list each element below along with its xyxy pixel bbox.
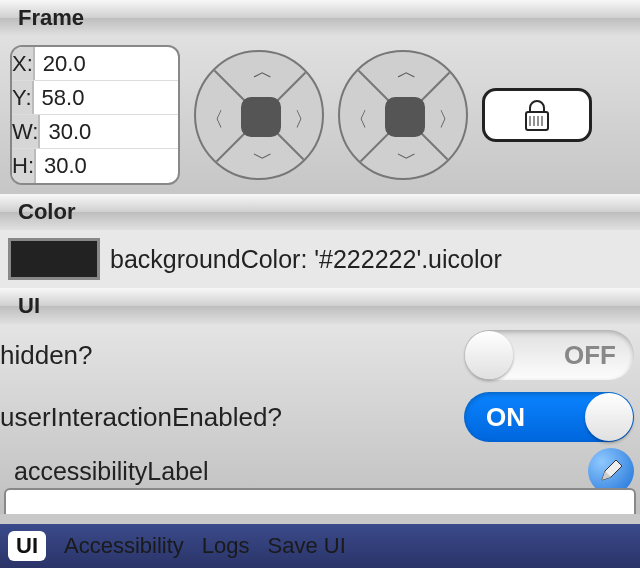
- chevron-right-icon[interactable]: 〉: [294, 106, 314, 133]
- accessibility-input[interactable]: [4, 488, 636, 514]
- chevron-right-icon[interactable]: 〉: [438, 106, 458, 133]
- coord-row-h: H:: [12, 149, 178, 183]
- coord-input-y[interactable]: [34, 81, 180, 114]
- coord-input-w[interactable]: [40, 115, 180, 148]
- chevron-up-icon[interactable]: ︿: [253, 58, 273, 85]
- dpad-center-icon: [241, 97, 281, 137]
- coord-row-x: X:: [12, 47, 178, 81]
- lock-icon: [522, 98, 552, 132]
- interaction-toggle[interactable]: ON: [464, 392, 634, 442]
- interaction-row: userInteractionEnabled? ON: [0, 386, 640, 448]
- chevron-up-icon[interactable]: ︿: [397, 58, 417, 85]
- chevron-down-icon[interactable]: ﹀: [253, 145, 273, 172]
- chevron-left-icon[interactable]: 〈: [204, 106, 224, 133]
- hidden-row: hidden? OFF: [0, 324, 640, 386]
- color-text: backgroundColor: '#222222'.uicolor: [110, 245, 502, 274]
- coord-row-y: Y:: [12, 81, 178, 115]
- coord-label-y: Y:: [12, 81, 34, 114]
- interaction-label: userInteractionEnabled?: [0, 402, 464, 433]
- pen-icon: [598, 458, 624, 484]
- coord-input-h[interactable]: [36, 149, 180, 183]
- hidden-label: hidden?: [0, 340, 464, 371]
- ui-panel: hidden? OFF userInteractionEnabled? ON a…: [0, 324, 640, 514]
- section-header-frame: Frame: [0, 0, 640, 36]
- color-panel: backgroundColor: '#222222'.uicolor: [0, 230, 640, 288]
- tab-bar: UI Accessibility Logs Save UI: [0, 524, 640, 568]
- chevron-down-icon[interactable]: ﹀: [397, 145, 417, 172]
- coord-input-x[interactable]: [35, 47, 180, 80]
- tab-accessibility[interactable]: Accessibility: [64, 533, 184, 559]
- section-header-ui: UI: [0, 288, 640, 324]
- coord-label-h: H:: [12, 149, 36, 183]
- hidden-toggle[interactable]: OFF: [464, 330, 634, 380]
- chevron-left-icon[interactable]: 〈: [348, 106, 368, 133]
- position-dpad[interactable]: ︿ ﹀ 〈 〉: [194, 50, 324, 180]
- size-dpad[interactable]: ︿ ﹀ 〈 〉: [338, 50, 468, 180]
- frame-panel: X: Y: W: H: ︿ ﹀ 〈 〉 ︿ ﹀: [0, 36, 640, 194]
- tab-ui[interactable]: UI: [8, 531, 46, 561]
- dpad-center-icon: [385, 97, 425, 137]
- lock-button[interactable]: [482, 88, 592, 142]
- tab-save-ui[interactable]: Save UI: [268, 533, 346, 559]
- accessibility-label: accessibilityLabel: [6, 457, 209, 486]
- section-header-color: Color: [0, 194, 640, 230]
- color-swatch[interactable]: [8, 238, 100, 280]
- toggle-knob-icon: [585, 393, 633, 441]
- toggle-text-off: OFF: [564, 340, 616, 371]
- coord-box: X: Y: W: H:: [10, 45, 180, 185]
- coord-label-x: X:: [12, 47, 35, 80]
- svg-rect-0: [526, 112, 548, 130]
- coord-label-w: W:: [12, 115, 40, 148]
- coord-row-w: W:: [12, 115, 178, 149]
- toggle-knob-icon: [465, 331, 513, 379]
- toggle-text-on: ON: [486, 402, 525, 433]
- tab-logs[interactable]: Logs: [202, 533, 250, 559]
